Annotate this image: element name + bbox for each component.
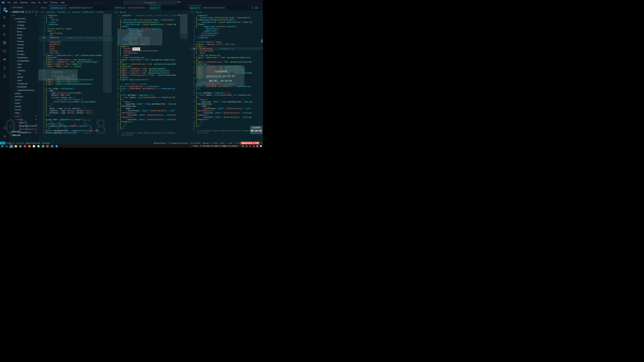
remote-icon[interactable] bbox=[0, 47, 9, 55]
run-debug-icon[interactable] bbox=[0, 30, 9, 38]
tab-CodeMirror.vue[interactable]: CodeMirror.vue× bbox=[49, 5, 67, 10]
remote-indicator[interactable]: >< bbox=[0, 142, 5, 144]
tab-App.vue[interactable]: App.vue× bbox=[149, 5, 161, 10]
tab-overflow-icon[interactable]: ⋯ bbox=[108, 6, 113, 9]
explorer-app[interactable] bbox=[14, 144, 18, 148]
minimap[interactable] bbox=[103, 14, 112, 93]
tree-item-paramMenuGuard.ts[interactable]: paramMenuGuard.ts bbox=[10, 124, 39, 127]
breadcrumb-item[interactable]: src bbox=[115, 11, 118, 13]
tray-chevron-icon[interactable]: ^ bbox=[240, 145, 240, 147]
marscode-icon[interactable]: M bbox=[0, 55, 9, 64]
tab-AppDarkModeToggle.vue[interactable]: AppDarkModeToggle.vue● bbox=[67, 5, 94, 10]
status-git-graph[interactable]: Git Graph bbox=[42, 142, 50, 144]
explorer-icon[interactable]: 1 bbox=[0, 5, 10, 13]
wechat-tray-icon[interactable] bbox=[242, 145, 244, 147]
tree-item-Upload[interactable]: ›Upload bbox=[10, 75, 39, 79]
new-folder-icon[interactable] bbox=[29, 11, 31, 13]
tree-item-Qrcode[interactable]: ›Qrcode bbox=[10, 46, 39, 49]
breadcrumb-item[interactable]: CodeMirror.vue bbox=[82, 11, 94, 13]
breadcrumb-item[interactable]: src bbox=[41, 11, 44, 13]
menu-selection[interactable]: Selection bbox=[18, 1, 29, 3]
tree-item-Resizer[interactable]: ›Resizer bbox=[10, 49, 39, 53]
countdown-widget[interactable]: 倒计时 00:26:58 bbox=[250, 126, 262, 134]
tab-Authority.vue[interactable]: Authority.vue bbox=[113, 5, 127, 10]
new-file-icon[interactable] bbox=[25, 11, 28, 13]
tree-item-components[interactable]: ∨components bbox=[10, 17, 39, 20]
breadcrumb-item[interactable]: App.vue bbox=[120, 11, 126, 13]
tab-App.vue[interactable]: App.vue× bbox=[189, 5, 202, 10]
nav-forward-icon[interactable]: → bbox=[99, 1, 101, 4]
tree-item-hooks[interactable]: ›hooks bbox=[10, 102, 39, 105]
taskbar-search[interactable] bbox=[4, 144, 9, 148]
menu-go[interactable]: Go bbox=[36, 1, 42, 3]
tree-item-locales[interactable]: ›locales bbox=[10, 108, 39, 111]
status-crlf[interactable]: CRLF bbox=[220, 142, 224, 144]
minimap-slider[interactable] bbox=[180, 14, 188, 34]
tree-item-StrengthMeter[interactable]: ›StrengthMeter bbox=[10, 59, 39, 62]
menu-edit[interactable]: Edit bbox=[12, 1, 18, 3]
search-icon[interactable] bbox=[0, 13, 9, 22]
breadcrumb-item[interactable]: components bbox=[46, 11, 55, 13]
close-icon[interactable]: × bbox=[64, 7, 66, 9]
tree-item-enums[interactable]: ›enums bbox=[10, 98, 39, 101]
community-badge[interactable]: 掘金技术社区 @ 司南 bbox=[240, 142, 260, 144]
network-icon[interactable] bbox=[249, 145, 251, 147]
tree-item-Modal[interactable]: ›Modal bbox=[10, 33, 39, 36]
source-control-icon[interactable] bbox=[0, 22, 9, 30]
tree-item-index.ts[interactable]: index.ts bbox=[10, 121, 39, 124]
breadcrumb-item[interactable]: App.vue bbox=[196, 11, 202, 13]
minimap[interactable] bbox=[180, 14, 188, 39]
status-marscode-ai[interactable]: MMarsCode AI bbox=[154, 142, 166, 144]
tree-item-VirtualScroll[interactable]: ›VirtualScroll bbox=[10, 82, 39, 85]
explorer-more-icon[interactable]: ⋯ bbox=[36, 6, 37, 8]
tab-Extension-Darcula-Theme[interactable]: Extension: Darcula Theme bbox=[202, 5, 227, 10]
app-red[interactable] bbox=[45, 144, 50, 148]
tree-item-Preview[interactable]: ›Preview bbox=[10, 43, 39, 46]
tree-item-design[interactable]: ›design bbox=[10, 92, 39, 95]
input-language-indicator[interactable]: 英 bbox=[256, 145, 258, 147]
breadcrumb-item[interactable]: codemirror bbox=[72, 11, 80, 13]
menu-run[interactable]: Run bbox=[42, 1, 49, 3]
menu-help[interactable]: Help bbox=[59, 1, 66, 3]
chrome-app[interactable] bbox=[23, 144, 27, 148]
status-vue[interactable]: {}Vue bbox=[227, 142, 232, 144]
close-icon[interactable]: × bbox=[158, 7, 160, 9]
tree-item-Verify[interactable]: ›Verify bbox=[10, 79, 39, 82]
close-icon[interactable]: × bbox=[198, 7, 200, 9]
timeline-section[interactable]: ›TIMELINE bbox=[10, 133, 39, 137]
tree-item-Popover[interactable]: ›Popover bbox=[10, 40, 39, 43]
settings-gear-icon[interactable] bbox=[0, 132, 10, 141]
refresh-icon[interactable] bbox=[32, 11, 34, 13]
status-main-[interactable]: main* bbox=[5, 142, 14, 144]
status-ln-14-col-40[interactable]: Ln 14, Col 40 bbox=[190, 142, 200, 144]
tree-item-ListSelect[interactable]: ›ListSelect bbox=[10, 20, 39, 23]
notification-icon[interactable] bbox=[260, 145, 262, 147]
menu-terminal[interactable]: Terminal bbox=[49, 1, 59, 3]
tree-item-router[interactable]: ∨router bbox=[10, 114, 39, 118]
breadcrumb-item[interactable]: { } script se bbox=[96, 11, 104, 13]
breadcrumb-item[interactable]: CodeEditor bbox=[57, 11, 66, 13]
tree-item-registerGlobComp.ts[interactable]: registerGlobComp.ts bbox=[10, 88, 39, 92]
breadcrumb-3[interactable]: src›App.vue bbox=[189, 10, 263, 14]
minimap-slider[interactable] bbox=[103, 14, 112, 35]
status-githd-express-off[interactable]: githd: Express Off bbox=[26, 142, 40, 144]
tree-item-Scrollbar[interactable]: ›Scrollbar bbox=[10, 53, 39, 56]
tree-item-Table[interactable]: ›Table bbox=[10, 62, 39, 66]
tree-item-Menu[interactable]: ›Menu bbox=[10, 30, 39, 33]
tree-item-Page[interactable]: ›Page bbox=[10, 36, 39, 40]
status-thinkgem-1-year-ago-[interactable]: thinkgem (1 year ago) bbox=[168, 142, 188, 144]
start-button[interactable] bbox=[0, 144, 4, 148]
poem-next-button[interactable]: 下一个 bbox=[132, 47, 140, 51]
telegram-app[interactable] bbox=[54, 144, 59, 148]
tree-item-guard[interactable]: ∨guard bbox=[10, 118, 39, 121]
breadcrumb-item[interactable]: src bbox=[191, 11, 193, 13]
command-search-box[interactable]: jeesite-vue bbox=[124, 1, 177, 4]
app-white[interactable] bbox=[32, 144, 36, 148]
menu-file[interactable]: File bbox=[6, 1, 12, 3]
nav-back-icon[interactable]: ← bbox=[94, 1, 97, 4]
breadcrumb-1[interactable]: src›components›CodeEditor›src›codemirror… bbox=[39, 10, 113, 14]
tab-permissionGuard.ts[interactable]: permissionGuard.ts1 bbox=[127, 5, 149, 10]
volume-icon[interactable] bbox=[253, 145, 255, 147]
status-spaces-2[interactable]: Spaces: 2 bbox=[203, 142, 211, 144]
tree-item-WangEditor[interactable]: ›WangEditor bbox=[10, 85, 39, 88]
